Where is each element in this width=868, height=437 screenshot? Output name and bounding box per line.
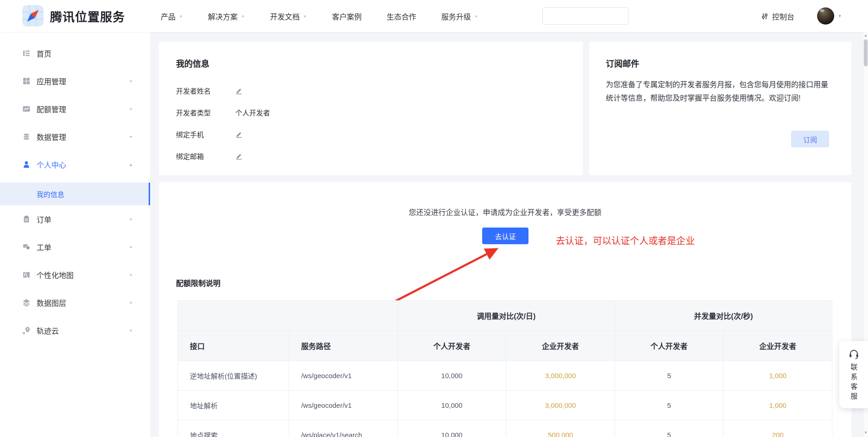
nav-docs[interactable]: 开发文档 ▼ bbox=[270, 11, 307, 22]
group-header-empty bbox=[178, 301, 398, 331]
nav-ecosystem[interactable]: 生态合作 bbox=[387, 11, 416, 22]
cell-enterprise-concurrency: 200 bbox=[723, 420, 832, 437]
nav-label: 开发文档 bbox=[270, 11, 300, 22]
nav-label: 客户案例 bbox=[332, 11, 362, 22]
sidebar-item-app-management[interactable]: 应用管理 ▼ bbox=[0, 67, 150, 95]
quota-section-title: 配额限制说明 bbox=[176, 277, 220, 288]
search-input[interactable] bbox=[543, 8, 636, 24]
cell-personal-concurrency: 5 bbox=[615, 420, 723, 437]
cell-api: 地点搜索 bbox=[178, 420, 289, 437]
user-icon bbox=[22, 160, 31, 169]
scrollbar-up-arrow[interactable]: ▲ bbox=[863, 33, 868, 38]
sidebar-item-custom-map[interactable]: 个性化地图 ▼ bbox=[0, 261, 150, 289]
sidebar-item-home[interactable]: 首页 bbox=[0, 39, 150, 67]
chevron-down-icon: ▼ bbox=[129, 79, 133, 83]
nav-label: 解决方案 bbox=[208, 11, 238, 22]
cell-enterprise-calls: 3,000,000 bbox=[506, 361, 615, 391]
sidebar-item-track-cloud[interactable]: 轨迹云 ▼ bbox=[0, 317, 150, 344]
red-annotation-text: 去认证，可以认证个人或者是企业 bbox=[556, 234, 695, 247]
table-row: 地址解析 /ws/geocoder/v1 10,000 3,000,000 5 … bbox=[178, 391, 832, 420]
sidebar-item-label: 数据图层 bbox=[37, 297, 66, 308]
sidebar-item-orders[interactable]: 订单 ▼ bbox=[0, 205, 150, 233]
chevron-down-icon: ▼ bbox=[129, 107, 133, 111]
chevron-down-icon: ▼ bbox=[129, 217, 133, 222]
headset-icon bbox=[848, 348, 860, 360]
chevron-down-icon: ▼ bbox=[474, 14, 478, 18]
table-header-row: 接口 服务路径 个人开发者 企业开发者 个人开发者 企业开发者 bbox=[178, 331, 832, 361]
cell-path: /ws/geocoder/v1 bbox=[289, 391, 398, 420]
contact-support-label: 联系客服 bbox=[849, 363, 859, 402]
table-row: 地点搜索 /ws/place/v1/search 10,000 500,000 … bbox=[178, 420, 832, 437]
sidebar-item-tickets[interactable]: 工单 ▼ bbox=[0, 233, 150, 261]
chevron-down-icon: ▼ bbox=[129, 329, 133, 333]
main-content: 我的信息 开发者姓名 开发者类型 个人开发者 绑定手机 绑定邮箱 bbox=[150, 32, 868, 437]
table-group-header-row: 调用量对比(次/日) 并发量对比(次/秒) bbox=[178, 301, 832, 331]
field-label: 开发者姓名 bbox=[176, 86, 235, 95]
contact-support-widget[interactable]: 联系客服 bbox=[839, 341, 868, 408]
info-row-bound-email: 绑定邮箱 bbox=[176, 145, 270, 167]
info-row-developer-name: 开发者姓名 bbox=[176, 80, 270, 101]
field-value: 个人开发者 bbox=[235, 108, 270, 117]
sidebar-item-data-management[interactable]: 数据管理 ▼ bbox=[0, 123, 150, 151]
subscribe-title: 订阅邮件 bbox=[606, 57, 639, 69]
subscribe-button[interactable]: 订阅 bbox=[791, 131, 829, 147]
cell-path: /ws/place/v1/search bbox=[289, 420, 398, 437]
edit-pencil-icon[interactable] bbox=[235, 87, 243, 95]
main-nav: 产品 ▼ 解决方案 ▼ 开发文档 ▼ 客户案例 生态合作 服务升级 ▼ bbox=[161, 0, 503, 32]
subscribe-description: 为您准备了专属定制的开发者服务月报，包含您每月使用的接口用量统计等信息，帮助您及… bbox=[606, 78, 834, 105]
console-label: 控制台 bbox=[772, 11, 794, 22]
chevron-down-icon: ▼ bbox=[129, 273, 133, 277]
col-header-path: 服务路径 bbox=[289, 331, 398, 361]
sidebar-item-label: 数据管理 bbox=[37, 131, 66, 142]
avatar-chevron-down-icon[interactable]: ▼ bbox=[837, 0, 842, 32]
sidebar-item-label: 个人中心 bbox=[37, 159, 66, 170]
cell-personal-concurrency: 5 bbox=[615, 391, 723, 420]
nav-products[interactable]: 产品 ▼ bbox=[161, 11, 183, 22]
sliders-icon bbox=[761, 13, 768, 20]
cell-personal-calls: 10,000 bbox=[397, 361, 506, 391]
compass-map-icon bbox=[22, 5, 44, 26]
subscribe-card: 订阅邮件 为您准备了专属定制的开发者服务月报，包含您每月使用的接口用量统计等信息… bbox=[589, 42, 851, 175]
grid-apps-icon bbox=[22, 77, 31, 85]
nav-service-upgrade[interactable]: 服务升级 ▼ bbox=[441, 11, 478, 22]
cell-personal-concurrency: 5 bbox=[615, 361, 723, 391]
sidebar-item-personal-center[interactable]: 个人中心 ▲ bbox=[0, 151, 150, 178]
cell-api: 逆地址解析(位置描述) bbox=[178, 361, 289, 391]
cell-enterprise-concurrency: 1,000 bbox=[723, 391, 832, 420]
scrollbar-thumb[interactable] bbox=[864, 39, 868, 66]
certification-message: 您还没进行企业认证，申请成为企业开发者，享受更多配额 bbox=[159, 206, 851, 217]
console-link[interactable]: 控制台 bbox=[761, 0, 794, 32]
nav-label: 产品 bbox=[161, 11, 176, 22]
info-row-bound-phone: 绑定手机 bbox=[176, 123, 270, 145]
sidebar-item-quota-management[interactable]: 配额管理 ▼ bbox=[0, 95, 150, 123]
sidebar-item-label: 首页 bbox=[37, 48, 51, 59]
database-icon bbox=[22, 133, 31, 141]
cell-personal-calls: 10,000 bbox=[397, 391, 506, 420]
edit-pencil-icon[interactable] bbox=[235, 131, 243, 138]
cell-enterprise-concurrency: 1,000 bbox=[723, 361, 832, 391]
field-label: 开发者类型 bbox=[176, 108, 235, 117]
search-box bbox=[542, 7, 629, 25]
cell-path: /ws/geocoder/v1 bbox=[289, 361, 398, 391]
sidebar-item-label: 个性化地图 bbox=[37, 269, 74, 280]
user-avatar[interactable] bbox=[817, 7, 834, 25]
nav-cases[interactable]: 客户案例 bbox=[332, 11, 362, 22]
info-row-developer-type: 开发者类型 个人开发者 bbox=[176, 101, 270, 123]
home-list-icon bbox=[22, 49, 31, 57]
table-row: 逆地址解析(位置描述) /ws/geocoder/v1 10,000 3,000… bbox=[178, 361, 832, 391]
sidebar-subitem-my-info[interactable]: 我的信息 bbox=[0, 183, 150, 205]
edit-pencil-icon[interactable] bbox=[235, 152, 243, 160]
chevron-up-icon: ▲ bbox=[129, 163, 133, 167]
go-certify-button[interactable]: 去认证 bbox=[482, 228, 528, 244]
col-header-personal-dev: 个人开发者 bbox=[615, 331, 723, 361]
clipboard-icon bbox=[22, 215, 31, 223]
scrollbar-down-arrow[interactable]: ▼ bbox=[863, 431, 868, 435]
cell-personal-calls: 10,000 bbox=[397, 420, 506, 437]
brand-logo[interactable]: 腾讯位置服务 bbox=[22, 5, 125, 26]
field-label: 绑定手机 bbox=[176, 129, 235, 139]
field-label: 绑定邮箱 bbox=[176, 151, 235, 161]
my-info-card: 我的信息 开发者姓名 开发者类型 个人开发者 绑定手机 绑定邮箱 bbox=[159, 42, 583, 175]
nav-solutions[interactable]: 解决方案 ▼ bbox=[208, 11, 245, 22]
sidebar-item-data-layers[interactable]: 数据图层 ▼ bbox=[0, 289, 150, 317]
chevron-down-icon: ▼ bbox=[241, 14, 245, 18]
